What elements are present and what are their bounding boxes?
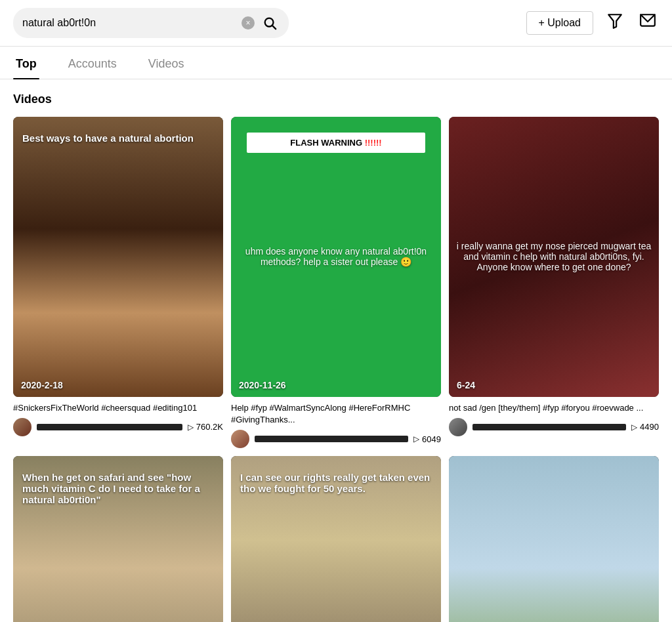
username-bar-1 [37, 424, 182, 430]
video-card-5[interactable]: I can see our rights really get taken ev… [231, 456, 441, 622]
username-bar-2 [255, 436, 408, 442]
video-hashtags-2: Help #fyp #WalmartSyncAlong #HereForRMHC… [231, 403, 410, 425]
videos-section-title: Videos [13, 93, 659, 106]
video-card-4[interactable]: When he get on safari and see "how much … [13, 456, 223, 622]
header: × + Upload [0, 0, 672, 47]
thumb-top-text-4: When he get on safari and see "how much … [22, 472, 214, 505]
avatar-3 [449, 418, 467, 436]
clear-icon: × [245, 18, 250, 28]
username-bar-3 [472, 424, 626, 430]
content: Videos Best ways to have a natural abort… [0, 79, 672, 622]
thumb-top-text-5: I can see our rights really get taken ev… [240, 472, 432, 494]
svg-line-1 [272, 26, 276, 29]
video-meta-2: Help #fyp #WalmartSyncAlong #HereForRMHC… [231, 402, 441, 426]
flash-warning-box: FLASH WARNING !!!!!! [247, 133, 425, 153]
tab-accounts[interactable]: Accounts [66, 47, 119, 79]
filter-icon [606, 12, 623, 30]
play-count-2: ▷ 6049 [413, 434, 441, 444]
video-card-3[interactable]: i really wanna get my nose pierced mugwa… [449, 117, 659, 448]
upload-label: + Upload [539, 17, 581, 29]
flash-exclamations: !!!!!! [365, 138, 382, 148]
search-button[interactable] [260, 13, 280, 33]
video-thumb-2: FLASH WARNING !!!!!! uhm does anyone kno… [231, 117, 441, 397]
video-hashtags-3: not sad /gen [they/them] #fyp #foryou #r… [449, 403, 643, 413]
play-count-1: ▷ 760.2K [188, 422, 223, 432]
thumb-date-3: 6-24 [457, 380, 475, 390]
tab-videos[interactable]: Videos [146, 47, 187, 79]
video-user-row-3: ▷ 4490 [449, 418, 659, 436]
play-count-3: ▷ 4490 [631, 422, 659, 432]
upload-button[interactable]: + Upload [526, 11, 594, 35]
search-icon [262, 16, 277, 30]
message-icon [639, 12, 656, 30]
video-user-row-1: ▷ 760.2K [13, 418, 223, 436]
play-icon-1: ▷ [188, 423, 194, 432]
video-meta-3: not sad /gen [they/them] #fyp #foryou #r… [449, 402, 659, 414]
video-grid: Best ways to have a natural abortion 202… [13, 117, 659, 622]
svg-marker-2 [608, 14, 621, 28]
play-icon-2: ▷ [413, 434, 419, 444]
thumb-date-2: 2020-11-26 [239, 380, 286, 390]
video-thumb-3: i really wanna get my nose pierced mugwa… [449, 117, 659, 397]
header-right: + Upload [526, 10, 660, 36]
video-thumb-4: When he get on safari and see "how much … [13, 456, 223, 622]
video-meta-1: #SnickersFixTheWorld #cheersquad #editin… [13, 402, 223, 414]
video-card-6[interactable] [449, 456, 659, 622]
video-card-2[interactable]: FLASH WARNING !!!!!! uhm does anyone kno… [231, 117, 441, 448]
video-thumb-5: I can see our rights really get taken ev… [231, 456, 441, 622]
tab-top[interactable]: Top [13, 47, 39, 79]
message-button[interactable] [637, 10, 659, 36]
video-user-row-2: ▷ 6049 [231, 430, 441, 448]
clear-button[interactable]: × [242, 16, 255, 30]
video-hashtags-1: #SnickersFixTheWorld #cheersquad #editin… [13, 403, 197, 413]
thumb-center-text-3: i really wanna get my nose pierced mugwa… [449, 241, 659, 272]
video-thumb-6 [449, 456, 659, 622]
video-thumb-1: Best ways to have a natural abortion 202… [13, 117, 223, 397]
avatar-1 [13, 418, 32, 436]
filter-button[interactable] [604, 10, 626, 36]
play-icon-3: ▷ [631, 423, 637, 432]
tabs: Top Accounts Videos [0, 47, 672, 79]
search-bar: × [13, 8, 289, 38]
video-card-1[interactable]: Best ways to have a natural abortion 202… [13, 117, 223, 448]
thumb-top-text-1: Best ways to have a natural abortion [22, 133, 214, 144]
search-input[interactable] [22, 17, 236, 29]
thumb-date-1: 2020-2-18 [21, 380, 63, 390]
avatar-2 [231, 430, 249, 448]
